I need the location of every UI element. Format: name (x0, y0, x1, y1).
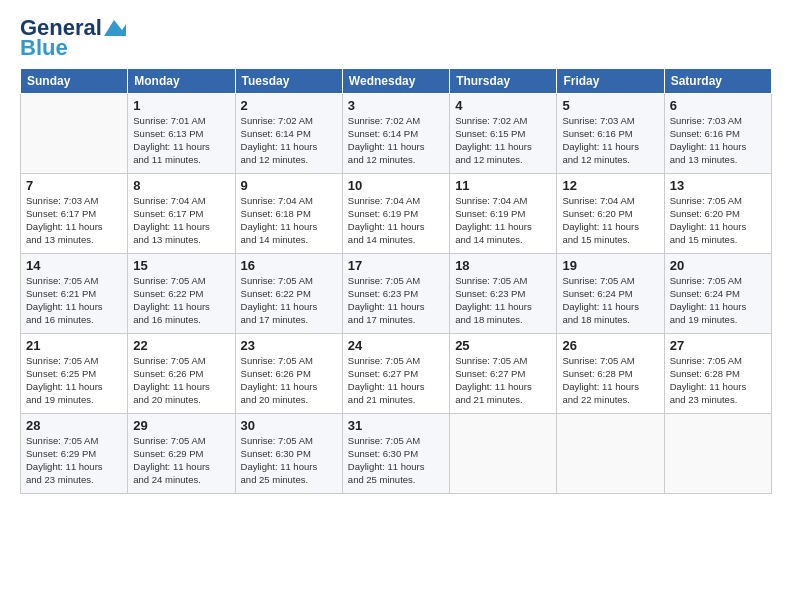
calendar-week-row: 28Sunrise: 7:05 AM Sunset: 6:29 PM Dayli… (21, 414, 772, 494)
calendar-cell: 19Sunrise: 7:05 AM Sunset: 6:24 PM Dayli… (557, 254, 664, 334)
cell-info-text: Sunrise: 7:04 AM Sunset: 6:19 PM Dayligh… (348, 195, 444, 246)
weekday-header-tuesday: Tuesday (235, 69, 342, 94)
cell-day-number: 15 (133, 258, 229, 273)
weekday-header-friday: Friday (557, 69, 664, 94)
weekday-header-thursday: Thursday (450, 69, 557, 94)
cell-info-text: Sunrise: 7:05 AM Sunset: 6:20 PM Dayligh… (670, 195, 766, 246)
calendar-cell: 5Sunrise: 7:03 AM Sunset: 6:16 PM Daylig… (557, 94, 664, 174)
calendar-cell: 27Sunrise: 7:05 AM Sunset: 6:28 PM Dayli… (664, 334, 771, 414)
cell-day-number: 11 (455, 178, 551, 193)
cell-day-number: 4 (455, 98, 551, 113)
calendar-week-row: 21Sunrise: 7:05 AM Sunset: 6:25 PM Dayli… (21, 334, 772, 414)
calendar-cell: 7Sunrise: 7:03 AM Sunset: 6:17 PM Daylig… (21, 174, 128, 254)
cell-info-text: Sunrise: 7:05 AM Sunset: 6:28 PM Dayligh… (562, 355, 658, 406)
cell-day-number: 12 (562, 178, 658, 193)
calendar-cell: 17Sunrise: 7:05 AM Sunset: 6:23 PM Dayli… (342, 254, 449, 334)
calendar-cell: 13Sunrise: 7:05 AM Sunset: 6:20 PM Dayli… (664, 174, 771, 254)
calendar-header-row: SundayMondayTuesdayWednesdayThursdayFrid… (21, 69, 772, 94)
cell-day-number: 24 (348, 338, 444, 353)
cell-day-number: 31 (348, 418, 444, 433)
calendar-week-row: 14Sunrise: 7:05 AM Sunset: 6:21 PM Dayli… (21, 254, 772, 334)
cell-day-number: 22 (133, 338, 229, 353)
cell-day-number: 13 (670, 178, 766, 193)
logo-bird-icon (104, 20, 126, 36)
cell-info-text: Sunrise: 7:04 AM Sunset: 6:20 PM Dayligh… (562, 195, 658, 246)
cell-info-text: Sunrise: 7:05 AM Sunset: 6:24 PM Dayligh… (670, 275, 766, 326)
cell-day-number: 26 (562, 338, 658, 353)
cell-info-text: Sunrise: 7:05 AM Sunset: 6:21 PM Dayligh… (26, 275, 122, 326)
svg-marker-0 (104, 20, 126, 36)
cell-info-text: Sunrise: 7:05 AM Sunset: 6:22 PM Dayligh… (241, 275, 337, 326)
cell-info-text: Sunrise: 7:05 AM Sunset: 6:23 PM Dayligh… (348, 275, 444, 326)
cell-info-text: Sunrise: 7:05 AM Sunset: 6:26 PM Dayligh… (133, 355, 229, 406)
calendar-cell: 21Sunrise: 7:05 AM Sunset: 6:25 PM Dayli… (21, 334, 128, 414)
cell-info-text: Sunrise: 7:04 AM Sunset: 6:17 PM Dayligh… (133, 195, 229, 246)
calendar-cell: 16Sunrise: 7:05 AM Sunset: 6:22 PM Dayli… (235, 254, 342, 334)
calendar-table: SundayMondayTuesdayWednesdayThursdayFrid… (20, 68, 772, 494)
calendar-cell: 24Sunrise: 7:05 AM Sunset: 6:27 PM Dayli… (342, 334, 449, 414)
calendar-cell: 6Sunrise: 7:03 AM Sunset: 6:16 PM Daylig… (664, 94, 771, 174)
calendar-cell: 9Sunrise: 7:04 AM Sunset: 6:18 PM Daylig… (235, 174, 342, 254)
cell-info-text: Sunrise: 7:05 AM Sunset: 6:29 PM Dayligh… (26, 435, 122, 486)
calendar-cell: 26Sunrise: 7:05 AM Sunset: 6:28 PM Dayli… (557, 334, 664, 414)
calendar-cell: 1Sunrise: 7:01 AM Sunset: 6:13 PM Daylig… (128, 94, 235, 174)
cell-info-text: Sunrise: 7:05 AM Sunset: 6:30 PM Dayligh… (241, 435, 337, 486)
calendar-cell: 15Sunrise: 7:05 AM Sunset: 6:22 PM Dayli… (128, 254, 235, 334)
cell-day-number: 19 (562, 258, 658, 273)
cell-day-number: 2 (241, 98, 337, 113)
weekday-header-wednesday: Wednesday (342, 69, 449, 94)
header: General Blue (20, 16, 772, 60)
calendar-cell (450, 414, 557, 494)
cell-day-number: 16 (241, 258, 337, 273)
calendar-cell: 22Sunrise: 7:05 AM Sunset: 6:26 PM Dayli… (128, 334, 235, 414)
cell-day-number: 23 (241, 338, 337, 353)
cell-day-number: 7 (26, 178, 122, 193)
cell-info-text: Sunrise: 7:02 AM Sunset: 6:14 PM Dayligh… (241, 115, 337, 166)
cell-day-number: 20 (670, 258, 766, 273)
cell-day-number: 5 (562, 98, 658, 113)
cell-info-text: Sunrise: 7:05 AM Sunset: 6:24 PM Dayligh… (562, 275, 658, 326)
calendar-cell: 30Sunrise: 7:05 AM Sunset: 6:30 PM Dayli… (235, 414, 342, 494)
cell-info-text: Sunrise: 7:05 AM Sunset: 6:26 PM Dayligh… (241, 355, 337, 406)
cell-info-text: Sunrise: 7:05 AM Sunset: 6:22 PM Dayligh… (133, 275, 229, 326)
cell-info-text: Sunrise: 7:05 AM Sunset: 6:30 PM Dayligh… (348, 435, 444, 486)
calendar-cell: 3Sunrise: 7:02 AM Sunset: 6:14 PM Daylig… (342, 94, 449, 174)
weekday-header-sunday: Sunday (21, 69, 128, 94)
calendar-cell: 12Sunrise: 7:04 AM Sunset: 6:20 PM Dayli… (557, 174, 664, 254)
cell-day-number: 8 (133, 178, 229, 193)
cell-day-number: 29 (133, 418, 229, 433)
cell-day-number: 1 (133, 98, 229, 113)
cell-day-number: 17 (348, 258, 444, 273)
cell-day-number: 3 (348, 98, 444, 113)
weekday-header-saturday: Saturday (664, 69, 771, 94)
cell-day-number: 28 (26, 418, 122, 433)
cell-info-text: Sunrise: 7:02 AM Sunset: 6:15 PM Dayligh… (455, 115, 551, 166)
cell-day-number: 14 (26, 258, 122, 273)
cell-info-text: Sunrise: 7:05 AM Sunset: 6:28 PM Dayligh… (670, 355, 766, 406)
cell-info-text: Sunrise: 7:05 AM Sunset: 6:29 PM Dayligh… (133, 435, 229, 486)
calendar-cell: 31Sunrise: 7:05 AM Sunset: 6:30 PM Dayli… (342, 414, 449, 494)
cell-info-text: Sunrise: 7:04 AM Sunset: 6:19 PM Dayligh… (455, 195, 551, 246)
page: General Blue SundayMondayTuesdayWednesda… (0, 0, 792, 612)
cell-day-number: 21 (26, 338, 122, 353)
cell-day-number: 18 (455, 258, 551, 273)
cell-day-number: 9 (241, 178, 337, 193)
calendar-cell: 10Sunrise: 7:04 AM Sunset: 6:19 PM Dayli… (342, 174, 449, 254)
cell-info-text: Sunrise: 7:03 AM Sunset: 6:17 PM Dayligh… (26, 195, 122, 246)
cell-info-text: Sunrise: 7:03 AM Sunset: 6:16 PM Dayligh… (670, 115, 766, 166)
calendar-cell (557, 414, 664, 494)
calendar-cell: 8Sunrise: 7:04 AM Sunset: 6:17 PM Daylig… (128, 174, 235, 254)
logo: General Blue (20, 16, 126, 60)
calendar-cell: 18Sunrise: 7:05 AM Sunset: 6:23 PM Dayli… (450, 254, 557, 334)
cell-info-text: Sunrise: 7:01 AM Sunset: 6:13 PM Dayligh… (133, 115, 229, 166)
cell-day-number: 6 (670, 98, 766, 113)
calendar-cell (664, 414, 771, 494)
cell-info-text: Sunrise: 7:05 AM Sunset: 6:23 PM Dayligh… (455, 275, 551, 326)
cell-day-number: 27 (670, 338, 766, 353)
cell-day-number: 10 (348, 178, 444, 193)
calendar-cell: 2Sunrise: 7:02 AM Sunset: 6:14 PM Daylig… (235, 94, 342, 174)
cell-info-text: Sunrise: 7:03 AM Sunset: 6:16 PM Dayligh… (562, 115, 658, 166)
cell-info-text: Sunrise: 7:05 AM Sunset: 6:25 PM Dayligh… (26, 355, 122, 406)
cell-info-text: Sunrise: 7:02 AM Sunset: 6:14 PM Dayligh… (348, 115, 444, 166)
calendar-cell: 4Sunrise: 7:02 AM Sunset: 6:15 PM Daylig… (450, 94, 557, 174)
